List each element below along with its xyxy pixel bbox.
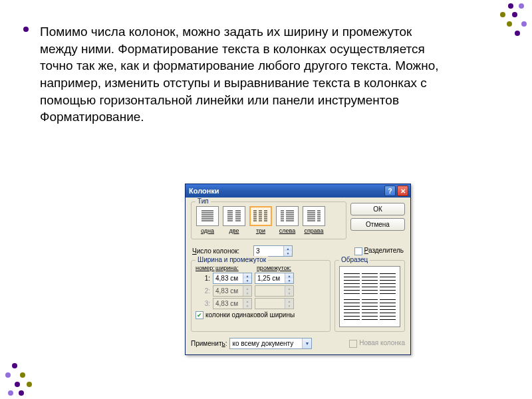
decoration-top-right: [485, 0, 532, 40]
wp-row: 3: ▲▼ ▲▼: [196, 298, 326, 309]
wp-row: 1: ▲▼ ▲▼: [196, 273, 326, 284]
titlebar[interactable]: Колонки ? ✕: [186, 184, 410, 198]
sample-preview: [339, 266, 400, 327]
wp-row: 2: ▲▼ ▲▼: [196, 285, 326, 297]
type-left[interactable]: слева: [275, 206, 299, 234]
width-3-spinner: ▲▼: [213, 298, 252, 309]
up-arrow-icon[interactable]: ▲: [284, 246, 292, 251]
down-arrow-icon[interactable]: ▼: [284, 251, 292, 257]
gap-3-spinner: ▲▼: [255, 298, 294, 309]
col-num-header: номер:: [196, 265, 215, 271]
apply-combo[interactable]: ▼: [229, 338, 312, 349]
help-button[interactable]: ?: [384, 186, 396, 196]
wp-group-label: Ширина и промежуток: [196, 256, 268, 263]
type-one[interactable]: одна: [196, 206, 219, 234]
type-group: Тип одна две три: [191, 201, 346, 239]
equal-width-checkbox[interactable]: ✔колонки одинаковой ширины: [196, 311, 326, 319]
type-two[interactable]: две: [222, 206, 246, 234]
type-right[interactable]: справа: [302, 206, 326, 234]
ok-button[interactable]: ОК: [350, 203, 405, 215]
col-gap-header: промежуток:: [257, 265, 298, 271]
width-gap-group: Ширина и промежуток номер: ширина: проме…: [191, 260, 331, 332]
separator-checkbox[interactable]: Разделитель: [354, 247, 404, 255]
gap-1-spinner[interactable]: ▲▼: [255, 273, 294, 284]
columns-dialog: Колонки ? ✕ Тип одна две тр: [185, 184, 411, 355]
dialog-title: Колонки: [189, 187, 383, 195]
type-three[interactable]: три: [249, 206, 273, 234]
dropdown-arrow-icon[interactable]: ▼: [302, 338, 311, 348]
apply-input[interactable]: [230, 338, 302, 348]
bullet-icon: [23, 27, 29, 32]
width-2-spinner: ▲▼: [213, 285, 252, 297]
main-paragraph: Помимо числа колонок, можно задать их ши…: [40, 23, 452, 126]
sample-group: Образец: [334, 260, 405, 332]
count-label: Число колонок:: [192, 247, 239, 255]
count-input[interactable]: [254, 246, 283, 256]
new-column-checkbox: Новая колонка: [349, 339, 405, 347]
close-button[interactable]: ✕: [397, 186, 408, 196]
sample-label: Образец: [339, 256, 370, 263]
col-width-header: ширина:: [215, 265, 257, 271]
decoration-bottom-left: [0, 359, 47, 399]
count-spinner[interactable]: ▲▼: [253, 245, 293, 257]
cancel-button[interactable]: Отмена: [350, 218, 405, 231]
type-group-label: Тип: [196, 198, 211, 205]
apply-label: Применить:: [191, 340, 227, 347]
width-1-spinner[interactable]: ▲▼: [213, 273, 252, 284]
gap-2-spinner: ▲▼: [255, 285, 294, 297]
